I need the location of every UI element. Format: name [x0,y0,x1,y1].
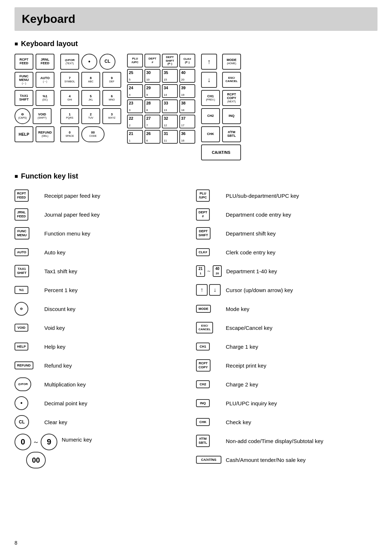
num-0-key[interactable]: 0 [15,434,31,450]
fk-ca-key[interactable]: CA/AT/NS [196,456,221,464]
ch1-prev-key[interactable]: CH1(PREV.) [201,90,220,106]
dept-26[interactable]: 266 [144,130,160,144]
void-key[interactable]: VOID(SHIFT) [33,108,52,124]
fk-mult-key[interactable]: @/FOR [15,377,31,391]
up-arrow-key[interactable]: ↑ [201,54,217,70]
fk-inq-key[interactable]: INQ [196,399,210,407]
mode-home-key[interactable]: MODE(HOME) [222,54,241,70]
fk-down-arrow[interactable]: ↓ [209,284,221,296]
fk-up-arrow[interactable]: ↑ [196,284,208,296]
key-5[interactable]: 5JKL [81,90,100,106]
dept-31[interactable]: 3111 [162,130,178,144]
fk-dept-shift-key[interactable]: DEPTSHIFT [196,227,211,239]
fk-rcpt-feed-key[interactable]: RCPTFEED [15,189,29,202]
keyboard-layout-title: Keyboard layout [15,40,377,48]
dept-22[interactable]: 222 [127,115,143,128]
key-00[interactable]: 00CODE [81,126,105,142]
key-3[interactable]: 3WXYZ [102,108,121,124]
fk-esc-key[interactable]: ESC/CANCEL [196,322,213,333]
dept-33[interactable]: 3313 [162,99,178,113]
dept-32[interactable]: 3212 [162,115,178,128]
fk-left-column: RCPTFEED Receipt paper feed key JRNLFEED… [15,186,196,471]
fk-chk-key[interactable]: CHK [196,418,210,426]
auto-key[interactable]: AUTO(→) [36,72,54,88]
key-2[interactable]: 2TUV [81,108,100,124]
key-0[interactable]: 0SPACE [60,126,79,142]
tax1-shift-key[interactable]: TAX1SHIFT [15,90,33,106]
key-9[interactable]: 9DEF [102,72,121,88]
fk-refund-key[interactable]: REFUND [15,361,33,370]
dept-38[interactable]: 3818 [179,99,195,113]
jrnl-feed-key[interactable]: JRNLFEED [36,54,54,70]
dot-key[interactable]: • [81,54,97,70]
fk-ch2-key[interactable]: CH2 [196,380,210,389]
dept-hash-header[interactable]: DEPT# [144,54,160,67]
fk-percent-key[interactable]: %1 [15,286,28,294]
fk-auto-key[interactable]: AUTO [15,248,29,257]
dept-40[interactable]: 4020 [179,69,195,83]
dept-29[interactable]: 299 [144,84,160,98]
fk-jrnl-feed-key[interactable]: JRNLFEED [15,208,28,221]
fk-discount-key[interactable]: ⊖ [15,302,28,316]
fk-tm-sbtl-key[interactable]: #/TMSBTL [196,435,210,447]
dept-28[interactable]: 288 [144,99,160,113]
fk-esc-wrap: ESC/CANCEL [196,322,221,333]
num-00-key[interactable]: 00 [26,452,46,468]
dept-24[interactable]: 244 [127,84,143,98]
dept-30[interactable]: 3010 [144,69,160,83]
down-arrow-key[interactable]: ↓ [201,72,217,88]
key-1[interactable]: 1PQRS [60,108,79,124]
percent1-key[interactable]: %1(DC) [36,90,54,106]
dept-21-box[interactable]: 211 [196,265,205,277]
help-key[interactable]: HELP [15,126,33,142]
fk-rcpt-copy-key[interactable]: RCPTCOPY [196,359,211,372]
atfor-key[interactable]: @/FOR(TEXT) [60,54,79,70]
key-7[interactable]: 7SYMBOL [60,72,79,88]
fk-ch1-key[interactable]: CH1 [196,343,210,351]
clk-hash-header[interactable]: CLK#(P↓) [179,54,195,67]
dept-34[interactable]: 3414 [162,84,178,98]
func-menu-key[interactable]: FUNCMENU(←) [15,72,33,88]
fk-mode-key[interactable]: MODE [196,305,211,313]
rcpt-feed-key[interactable]: RCPTFEED [15,54,33,70]
rcpt-copy-next-key[interactable]: RCPTCOPY(NEXT) [222,90,241,106]
dept-21[interactable]: 211 [127,130,143,144]
fk-help-key[interactable]: HELP [15,343,28,351]
discount-key[interactable]: ⊖(CAPS) [15,108,30,124]
key-8[interactable]: 8ABC [81,72,100,88]
tm-sbtl-key[interactable]: #/TMSBTL [222,126,241,142]
num-row-1: @/FOR(TEXT) • CL [60,54,121,70]
fk-tax1-label: Tax1 shift key [44,268,196,274]
dept-35[interactable]: 3515 [162,69,178,83]
left-row-2: FUNCMENU(←) AUTO(→) [15,72,54,88]
dept-23[interactable]: 233 [127,99,143,113]
dept-36[interactable]: 3616 [179,130,195,144]
chk-key[interactable]: CHK [201,126,220,142]
dept-39[interactable]: 3919 [179,84,195,98]
dept-27[interactable]: 277 [144,115,160,128]
fk-func-menu-key[interactable]: FUNCMENU [15,227,29,239]
fk-void-key[interactable]: VOID [15,324,28,332]
fk-clk-key[interactable]: CLK# [196,248,210,257]
inq-key[interactable]: INQ [222,108,241,124]
dept-37[interactable]: 3717 [179,115,195,128]
fk-tax1-key[interactable]: TAX1SHIFT [15,265,29,277]
ca-at-ns-key[interactable]: CA/AT/NS [201,144,241,160]
num-9-key[interactable]: 9 [41,434,57,450]
dept-shift-header[interactable]: DEPTSHIFT(P↑) [162,54,178,67]
fk-ch2-row: CH2 Charge 2 key [196,375,377,394]
dept-40-box[interactable]: 4020 [213,265,222,277]
key-4[interactable]: 4GHI [60,90,79,106]
fk-decimal-key[interactable]: • [15,396,28,410]
refund-key[interactable]: REFUND(DEL) [36,126,54,142]
ch2-key[interactable]: CH2 [201,108,220,124]
key-6[interactable]: 6MNO [102,90,121,106]
fk-func-menu-label: Function menu key [44,230,196,237]
esc-cancel-key[interactable]: ESC/CANCEL [222,72,241,88]
dept-25[interactable]: 255 [127,69,143,83]
cl-key[interactable]: CL [99,54,115,70]
fk-dept-hash-key[interactable]: DEPT# [196,208,210,221]
fk-clear-key[interactable]: CL [15,415,29,429]
fk-plu-key[interactable]: PLU/UPC [196,189,210,202]
plu-upc-header[interactable]: PLU/UPC [127,54,143,67]
